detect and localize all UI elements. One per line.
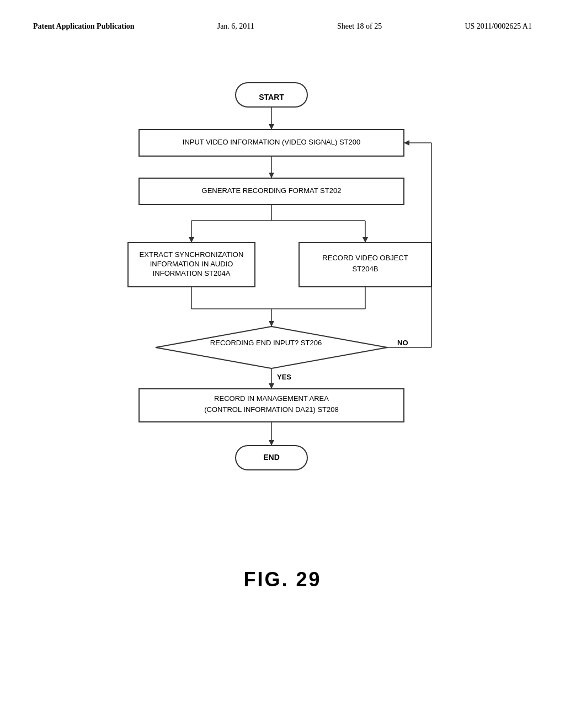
st200-label: INPUT VIDEO INFORMATION (VIDEO SIGNAL) S… bbox=[183, 138, 360, 146]
arrowhead-right-st204b bbox=[363, 237, 368, 243]
st206-label1: RECORDING END INPUT? ST206 bbox=[210, 339, 322, 347]
diagram-area: START INPUT VIDEO INFORMATION (VIDEO SIG… bbox=[0, 77, 565, 591]
figure-caption-area: FIG. 29 bbox=[243, 568, 321, 591]
start-label: START bbox=[259, 93, 284, 101]
end-label: END bbox=[263, 453, 280, 462]
st204a-line2: INFORMATION IN AUDIO bbox=[150, 260, 233, 268]
arrowhead-no bbox=[404, 140, 409, 146]
st204a-line3: INFORMATION ST204A bbox=[153, 269, 231, 277]
st208-line1: RECORD IN MANAGEMENT AREA bbox=[214, 394, 329, 403]
no-label: NO bbox=[397, 339, 408, 347]
header-sheet: Sheet 18 of 25 bbox=[337, 22, 382, 31]
header-date: Jan. 6, 2011 bbox=[217, 22, 254, 31]
arrowhead-yes bbox=[269, 383, 274, 389]
flowchart-svg: START INPUT VIDEO INFORMATION (VIDEO SIG… bbox=[95, 77, 470, 557]
st204b-line2: ST204B bbox=[353, 265, 379, 273]
arrowhead-left-st204a bbox=[189, 237, 194, 243]
header-patent-number: US 2011/0002625 A1 bbox=[465, 22, 532, 31]
st206-diamond bbox=[156, 326, 387, 368]
st208-line2: (CONTROL INFORMATION DA21) ST208 bbox=[204, 405, 338, 414]
yes-label: YES bbox=[277, 373, 291, 381]
arrowhead-st200-st202 bbox=[269, 173, 274, 178]
arrowhead-st208-end bbox=[269, 440, 274, 446]
st204a-line1: EXTRACT SYNCHRONIZATION bbox=[140, 250, 244, 259]
header-publication-label: Patent Application Publication bbox=[33, 22, 135, 31]
page-header: Patent Application Publication Jan. 6, 2… bbox=[0, 0, 565, 31]
arrowhead-merge-st206 bbox=[269, 321, 274, 326]
st202-label: GENERATE RECORDING FORMAT ST202 bbox=[202, 186, 342, 195]
arrowhead-start-st200 bbox=[269, 124, 274, 130]
figure-caption: FIG. 29 bbox=[243, 568, 321, 591]
st204b-line1: RECORD VIDEO OBJECT bbox=[322, 254, 408, 262]
